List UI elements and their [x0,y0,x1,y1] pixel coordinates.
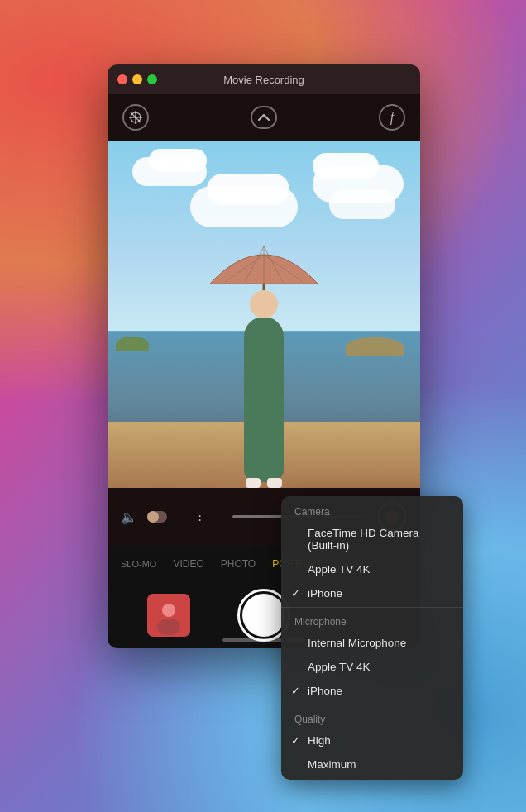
close-button[interactable] [117,74,127,84]
camera-section-header: Camera [281,499,463,521]
cloud-2 [149,149,207,172]
divider-1 [281,607,463,608]
quality-item-high[interactable]: High [281,728,463,752]
maximize-button[interactable] [147,74,157,84]
chevron-up-button[interactable] [251,106,277,129]
mode-video[interactable]: VIDEO [173,558,203,570]
dropdown-menu: Camera FaceTime HD Camera (Built-in) App… [281,496,463,780]
traffic-lights [117,74,157,84]
camera-item-appletv[interactable]: Apple TV 4K [281,557,463,581]
volume-thumb [147,511,159,523]
mode-photo[interactable]: PHOTO [221,558,256,570]
svg-point-14 [157,619,180,635]
quality-item-maximum[interactable]: Maximum [281,752,463,776]
camera-item-iphone[interactable]: iPhone [281,581,463,605]
island-right [346,337,404,356]
umbrella [202,226,326,292]
microphone-item-appletv[interactable]: Apple TV 4K [281,655,463,679]
photo-thumbnail[interactable] [147,594,190,637]
divider-2 [281,705,463,705]
volume-slider[interactable] [147,511,167,523]
cloud-7 [329,190,395,219]
microphone-item-iphone[interactable]: iPhone [281,679,463,703]
person-body [244,317,284,482]
person [202,226,326,488]
microphone-section-header: Microphone [281,609,463,631]
flash-button[interactable] [122,104,149,131]
title-bar: Movie Recording [108,64,420,94]
person-feet [246,478,282,488]
svg-point-13 [162,604,175,617]
window-title: Movie Recording [223,74,304,86]
person-head [250,290,278,318]
camera-view [108,141,420,488]
filter-button[interactable]: f [379,104,405,131]
cloud-4 [313,153,379,179]
cloud-6 [207,174,289,205]
toolbar: f [108,94,420,141]
quality-section-header: Quality [281,707,463,728]
camera-item-facetime[interactable]: FaceTime HD Camera (Built-in) [281,521,463,557]
mode-slo-mo[interactable]: SLO-MO [121,559,156,569]
minimize-button[interactable] [132,74,142,84]
capture-inner [242,594,285,637]
timer-display: --:-- [184,511,216,523]
volume-icon: 🔈 [121,509,137,525]
microphone-item-internal[interactable]: Internal Microphone [281,631,463,655]
island-left [116,337,149,351]
